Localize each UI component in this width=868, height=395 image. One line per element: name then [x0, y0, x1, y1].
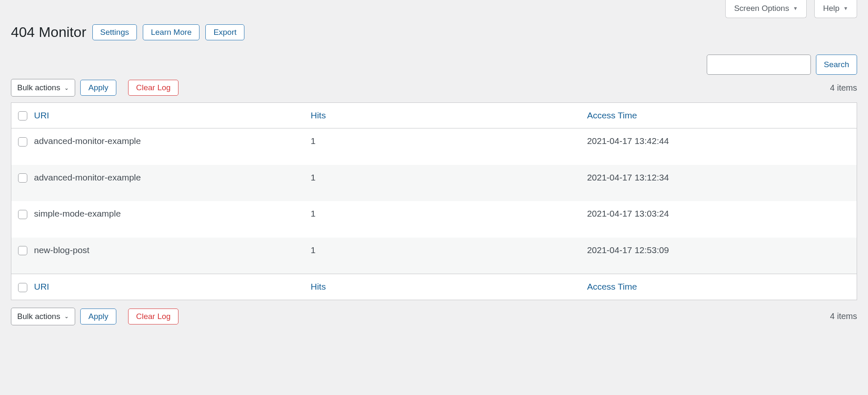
cell-uri: advanced-monitor-example: [27, 128, 304, 165]
settings-button[interactable]: Settings: [92, 24, 137, 40]
chevron-down-icon: ⌄: [64, 85, 69, 91]
log-table: URI Hits Access Time advanced-monitor-ex…: [11, 102, 857, 300]
cell-uri: advanced-monitor-example: [27, 165, 304, 201]
screen-options-button[interactable]: Screen Options ▼: [725, 0, 807, 18]
table-row: advanced-monitor-example12021-04-17 13:4…: [11, 128, 857, 165]
export-button[interactable]: Export: [205, 24, 244, 40]
table-row: new-blog-post12021-04-17 12:53:09: [11, 238, 857, 274]
apply-button-bottom[interactable]: Apply: [80, 309, 116, 324]
cell-uri: simple-mode-example: [27, 201, 304, 237]
cell-hits: 1: [304, 128, 580, 165]
column-header-time[interactable]: Access Time: [587, 110, 637, 120]
cell-uri: new-blog-post: [27, 238, 304, 274]
cell-hits: 1: [304, 238, 580, 274]
table-row: advanced-monitor-example12021-04-17 13:1…: [11, 165, 857, 201]
row-checkbox[interactable]: [18, 137, 27, 146]
column-footer-time[interactable]: Access Time: [587, 282, 637, 291]
cell-hits: 1: [304, 201, 580, 237]
clear-log-button-bottom[interactable]: Clear Log: [128, 309, 178, 324]
learn-more-button[interactable]: Learn More: [143, 24, 199, 40]
column-header-hits[interactable]: Hits: [311, 110, 326, 120]
cell-access-time: 2021-04-17 12:53:09: [580, 238, 857, 274]
page-title: 404 Monitor: [11, 24, 87, 40]
apply-button-top[interactable]: Apply: [80, 80, 116, 96]
select-all-checkbox-bottom[interactable]: [18, 283, 27, 292]
column-header-uri[interactable]: URI: [34, 110, 49, 120]
column-footer-hits[interactable]: Hits: [311, 282, 326, 291]
dropdown-triangle-icon: ▼: [843, 5, 848, 11]
help-button[interactable]: Help ▼: [814, 0, 857, 18]
cell-hits: 1: [304, 165, 580, 201]
cell-access-time: 2021-04-17 13:12:34: [580, 165, 857, 201]
bulk-actions-select-top[interactable]: Bulk actions ⌄: [11, 79, 75, 97]
bulk-actions-label: Bulk actions: [17, 83, 60, 92]
column-footer-uri[interactable]: URI: [34, 282, 49, 291]
chevron-down-icon: ⌄: [64, 313, 69, 319]
cell-access-time: 2021-04-17 13:03:24: [580, 201, 857, 237]
row-checkbox[interactable]: [18, 210, 27, 219]
screen-options-label: Screen Options: [734, 4, 789, 13]
row-checkbox[interactable]: [18, 246, 27, 255]
cell-access-time: 2021-04-17 13:42:44: [580, 128, 857, 165]
item-count-top: 4 items: [830, 83, 857, 93]
table-row: simple-mode-example12021-04-17 13:03:24: [11, 201, 857, 237]
row-checkbox[interactable]: [18, 173, 27, 183]
dropdown-triangle-icon: ▼: [793, 5, 798, 11]
search-button[interactable]: Search: [816, 55, 857, 75]
bulk-actions-select-bottom[interactable]: Bulk actions ⌄: [11, 308, 75, 325]
item-count-bottom: 4 items: [830, 311, 857, 321]
select-all-checkbox-top[interactable]: [18, 111, 27, 120]
clear-log-button-top[interactable]: Clear Log: [128, 80, 178, 96]
bulk-actions-label: Bulk actions: [17, 312, 60, 321]
help-label: Help: [823, 4, 839, 13]
search-input[interactable]: [707, 55, 811, 75]
